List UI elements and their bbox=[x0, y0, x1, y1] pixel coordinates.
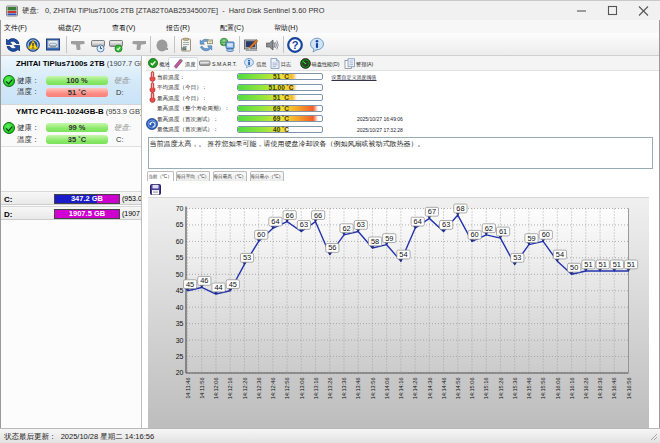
svg-text:14:14:06: 14:14:06 bbox=[384, 378, 390, 400]
svg-text:14:16:46: 14:16:46 bbox=[611, 378, 617, 400]
svg-text:54: 54 bbox=[556, 250, 564, 259]
svg-text:44: 44 bbox=[214, 283, 222, 292]
svg-text:14:15:16: 14:15:16 bbox=[483, 378, 489, 400]
svg-text:35: 35 bbox=[176, 320, 184, 327]
svg-text:63: 63 bbox=[300, 220, 308, 229]
svg-text:61: 61 bbox=[499, 227, 507, 236]
svg-text:51: 51 bbox=[627, 260, 635, 269]
svg-text:14:16:56: 14:16:56 bbox=[626, 378, 632, 400]
svg-text:66: 66 bbox=[314, 211, 322, 220]
svg-text:64: 64 bbox=[271, 217, 279, 226]
svg-text:14:12:26: 14:12:26 bbox=[242, 378, 248, 400]
svg-text:14:16:36: 14:16:36 bbox=[597, 378, 603, 400]
svg-text:14:13:36: 14:13:36 bbox=[341, 378, 347, 400]
svg-text:45: 45 bbox=[176, 287, 184, 294]
svg-text:51: 51 bbox=[613, 260, 621, 269]
svg-text:14:13:16: 14:13:16 bbox=[313, 378, 319, 400]
svg-text:56: 56 bbox=[328, 243, 336, 252]
svg-text:14:16:26: 14:16:26 bbox=[583, 378, 589, 400]
svg-text:63: 63 bbox=[442, 220, 450, 229]
svg-text:62: 62 bbox=[485, 224, 493, 233]
svg-text:67: 67 bbox=[428, 207, 436, 216]
svg-text:14:14:46: 14:14:46 bbox=[441, 378, 447, 400]
svg-text:?: ? bbox=[291, 39, 298, 51]
svg-text:50: 50 bbox=[176, 271, 184, 278]
svg-text:14:15:36: 14:15:36 bbox=[512, 378, 518, 400]
svg-text:66: 66 bbox=[286, 211, 294, 220]
svg-text:51: 51 bbox=[584, 260, 592, 269]
svg-text:68: 68 bbox=[456, 204, 464, 213]
svg-text:14:14:16: 14:14:16 bbox=[398, 378, 404, 400]
svg-text:14:15:46: 14:15:46 bbox=[526, 378, 532, 400]
svg-text:14:11:56: 14:11:56 bbox=[199, 378, 205, 399]
svg-text:58: 58 bbox=[371, 237, 379, 246]
svg-text:14:15:26: 14:15:26 bbox=[498, 378, 504, 400]
svg-text:70: 70 bbox=[176, 205, 184, 212]
svg-text:62: 62 bbox=[342, 224, 350, 233]
svg-text:14:14:56: 14:14:56 bbox=[455, 378, 461, 400]
svg-text:46: 46 bbox=[200, 276, 208, 285]
svg-text:40: 40 bbox=[176, 304, 184, 311]
svg-text:14:16:06: 14:16:06 bbox=[555, 378, 561, 400]
svg-text:59: 59 bbox=[527, 234, 535, 243]
svg-text:14:14:36: 14:14:36 bbox=[427, 378, 433, 400]
svg-text:59: 59 bbox=[385, 234, 393, 243]
svg-text:14:12:06: 14:12:06 bbox=[213, 378, 219, 400]
svg-text:45: 45 bbox=[229, 280, 237, 289]
svg-text:14:15:06: 14:15:06 bbox=[469, 378, 475, 400]
svg-text:60: 60 bbox=[471, 230, 479, 239]
svg-text:53: 53 bbox=[243, 253, 251, 262]
svg-text:45: 45 bbox=[186, 280, 194, 289]
svg-text:60: 60 bbox=[176, 238, 184, 245]
svg-text:51: 51 bbox=[599, 260, 607, 269]
svg-text:25: 25 bbox=[176, 353, 184, 360]
svg-text:14:14:26: 14:14:26 bbox=[412, 378, 418, 400]
svg-text:63: 63 bbox=[357, 220, 365, 229]
svg-text:14:15:56: 14:15:56 bbox=[540, 378, 546, 400]
svg-text:20: 20 bbox=[176, 369, 184, 376]
svg-text:14:11:46: 14:11:46 bbox=[185, 378, 191, 399]
svg-text:50: 50 bbox=[570, 263, 578, 272]
svg-text:14:13:26: 14:13:26 bbox=[327, 378, 333, 400]
svg-text:14:12:16: 14:12:16 bbox=[227, 378, 233, 400]
svg-text:14:13:46: 14:13:46 bbox=[355, 378, 361, 400]
svg-text:53: 53 bbox=[513, 253, 521, 262]
svg-text:54: 54 bbox=[399, 250, 407, 259]
svg-text:14:13:56: 14:13:56 bbox=[370, 378, 376, 400]
svg-text:65: 65 bbox=[176, 221, 184, 228]
svg-text:60: 60 bbox=[257, 230, 265, 239]
svg-text:14:13:06: 14:13:06 bbox=[299, 378, 305, 400]
svg-text:64: 64 bbox=[414, 217, 422, 226]
svg-text:14:16:16: 14:16:16 bbox=[569, 378, 575, 400]
svg-text:55: 55 bbox=[176, 254, 184, 261]
svg-text:30: 30 bbox=[176, 337, 184, 344]
svg-text:14:12:36: 14:12:36 bbox=[256, 378, 262, 400]
svg-text:14:12:56: 14:12:56 bbox=[284, 378, 290, 400]
svg-text:14:12:46: 14:12:46 bbox=[270, 378, 276, 400]
svg-text:60: 60 bbox=[542, 230, 550, 239]
